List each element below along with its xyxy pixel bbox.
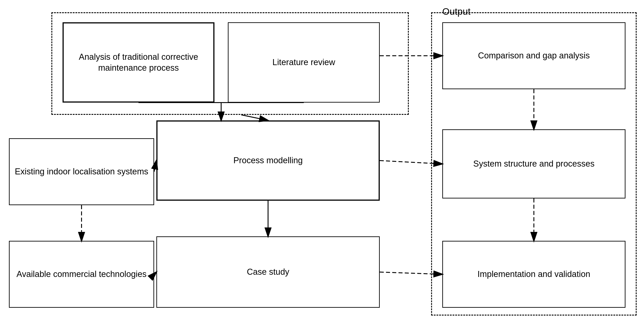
diagram-container: Output Analysis of traditional correctiv…	[0, 0, 644, 322]
implementation-box: Implementation and validation	[442, 241, 626, 308]
svg-line-11	[154, 161, 156, 172]
system-structure-box: System structure and processes	[442, 129, 626, 198]
svg-line-13	[154, 272, 156, 274]
existing-box: Existing indoor localisation systems	[9, 138, 154, 205]
literature-box: Literature review	[228, 22, 380, 103]
case-study-box: Case study	[156, 236, 380, 308]
process-modelling-box: Process modelling	[156, 120, 380, 201]
available-box: Available commercial technologies	[9, 241, 154, 308]
analysis-box: Analysis of traditional corrective maint…	[62, 22, 214, 103]
svg-line-2	[241, 115, 268, 120]
comparison-box: Comparison and gap analysis	[442, 22, 626, 89]
